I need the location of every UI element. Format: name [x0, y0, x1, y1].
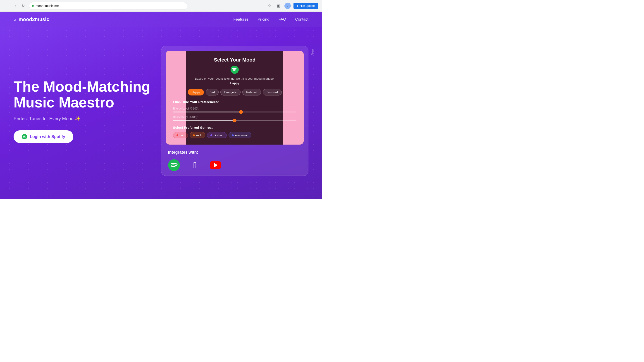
energy-slider-fill	[173, 112, 241, 112]
genre-pop[interactable]: pop	[173, 132, 188, 138]
spotify-icon	[22, 134, 27, 139]
website: ♪ mood2music Features Pricing FAQ Contac…	[0, 12, 322, 199]
mood-suggestion: Based on your recent listening, we think…	[173, 76, 297, 85]
nav-features[interactable]: Features	[233, 17, 248, 22]
mood-tags: Happy Sad Energetic Relaxed Focused	[173, 89, 297, 96]
spotify-logo-center	[173, 66, 297, 74]
hero-title: The Mood-Matching Music Maestro	[14, 79, 152, 111]
integration-logos: 	[168, 159, 302, 171]
genre-hiphop[interactable]: hip-hop	[207, 132, 227, 138]
danceability-slider-track[interactable]	[173, 120, 297, 121]
hero-section: ♪ The Mood-Matching Music Maestro Perfec…	[0, 27, 322, 199]
sparkle-icon: ✨	[74, 116, 80, 121]
spotify-integration-icon	[168, 159, 180, 171]
danceability-slider-fill	[173, 120, 235, 121]
extensions-button[interactable]: ▣	[276, 3, 282, 9]
mood-suggestion-value: Happy	[230, 82, 239, 85]
profile-badge[interactable]: 9	[284, 3, 291, 9]
mood-selector-widget: Select Your Mood Based on your recent li…	[166, 51, 304, 144]
youtube-integration-icon	[210, 161, 221, 169]
electronic-dot	[232, 134, 234, 136]
mood-tag-happy[interactable]: Happy	[188, 89, 204, 96]
hiphop-label: hip-hop	[214, 134, 223, 137]
danceability-slider-thumb[interactable]	[233, 119, 236, 122]
danceability-label: Danceability (0-100):	[173, 116, 297, 119]
url-text: mood2music.me	[36, 4, 59, 8]
logo-icon: ♪	[14, 16, 16, 22]
widget-inner: Select Your Mood Based on your recent li…	[173, 57, 297, 138]
app-preview-card: Select Your Mood Based on your recent li…	[161, 46, 309, 176]
energy-slider-track[interactable]	[173, 112, 297, 112]
browser-actions: ☆ ▣ 9 Finish update	[266, 3, 318, 9]
back-button[interactable]: ←	[4, 3, 10, 9]
hero-subtitle: Perfect Tunes for Every Mood ✨	[14, 116, 152, 121]
spotify-center-icon	[230, 66, 239, 74]
mood-tag-energetic[interactable]: Energetic	[220, 89, 240, 96]
nav-pricing[interactable]: Pricing	[258, 17, 269, 22]
rock-dot	[193, 134, 195, 136]
electronic-label: electronic	[235, 134, 248, 137]
genre-tags: pop rock hip-hop	[173, 132, 297, 138]
hero-right: Select Your Mood Based on your recent li…	[161, 46, 309, 176]
genre-electronic[interactable]: electronic	[228, 132, 251, 138]
nav-contact[interactable]: Contact	[295, 17, 308, 22]
integrations-row: Integrates with: 	[166, 150, 304, 171]
address-bar[interactable]: mood2music.me	[29, 2, 187, 10]
bookmark-button[interactable]: ☆	[266, 3, 273, 9]
site-header: ♪ mood2music Features Pricing FAQ Contac…	[0, 12, 322, 27]
preferences-section: Fine-Tune Your Preferences: Energy Level…	[173, 100, 297, 121]
hiphop-dot	[210, 134, 212, 136]
logo[interactable]: ♪ mood2music	[14, 16, 49, 22]
hero-left: The Mood-Matching Music Maestro Perfect …	[14, 79, 161, 143]
mood-tag-sad[interactable]: Sad	[206, 89, 218, 96]
finish-update-button[interactable]: Finish update	[294, 3, 318, 9]
apple-integration-icon: 	[194, 160, 197, 170]
genre-rock[interactable]: rock	[190, 132, 205, 138]
browser-chrome: ← → ↻ mood2music.me ☆ ▣ 9 Finish update	[0, 0, 322, 12]
nav-faq[interactable]: FAQ	[278, 17, 286, 22]
main-nav: Features Pricing FAQ Contact	[233, 17, 308, 22]
login-button-text: Login with Spotify	[30, 134, 65, 139]
integrations-title: Integrates with:	[168, 150, 302, 155]
decorative-note: ♪	[310, 45, 315, 58]
pop-label: pop	[180, 134, 185, 137]
yt-play-triangle	[214, 163, 218, 168]
nav-links: Features Pricing FAQ Contact	[233, 17, 308, 22]
genres-title: Select Preferred Genres:	[173, 126, 297, 130]
energy-slider-group: Energy Level (0-100):	[173, 107, 297, 112]
genres-section: Select Preferred Genres: pop rock	[173, 126, 297, 138]
pop-dot	[176, 134, 178, 136]
mood-tag-relaxed[interactable]: Relaxed	[242, 89, 261, 96]
hero-subtitle-text: Perfect Tunes for Every Mood	[14, 116, 74, 121]
browser-nav: ← → ↻	[4, 3, 26, 9]
rock-label: rock	[196, 134, 202, 137]
energy-slider-thumb[interactable]	[239, 110, 243, 114]
mood-tag-focused[interactable]: Focused	[263, 89, 282, 96]
security-indicator	[32, 5, 34, 7]
login-with-spotify-button[interactable]: Login with Spotify	[14, 130, 73, 143]
logo-text: mood2music	[18, 16, 49, 22]
danceability-slider-group: Danceability (0-100):	[173, 116, 297, 121]
widget-title: Select Your Mood	[173, 57, 297, 63]
forward-button[interactable]: →	[12, 3, 18, 9]
energy-label: Energy Level (0-100):	[173, 107, 297, 110]
preferences-title: Fine-Tune Your Preferences:	[173, 100, 297, 104]
reload-button[interactable]: ↻	[20, 3, 26, 9]
